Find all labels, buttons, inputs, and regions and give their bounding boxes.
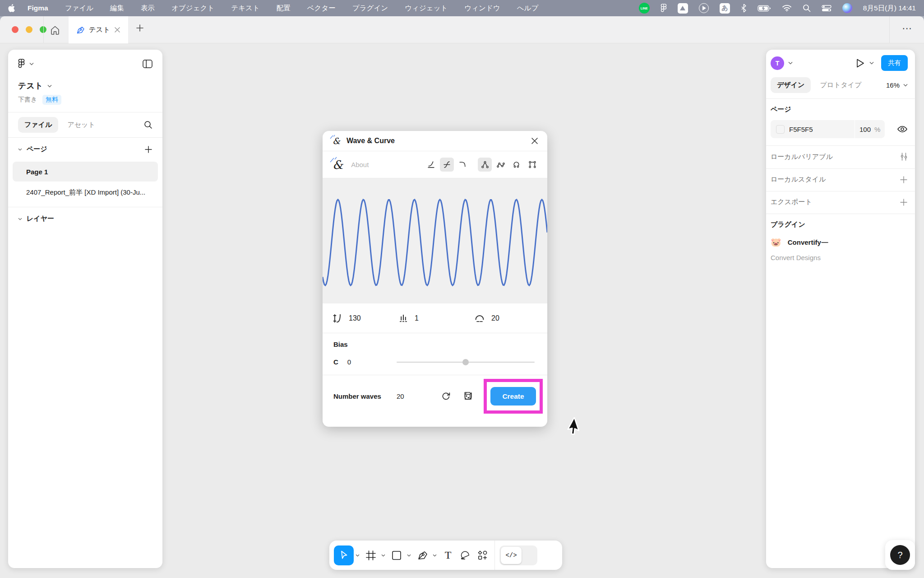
menu-arrange[interactable]: 配置 <box>277 4 291 13</box>
tab-assets[interactable]: アセット <box>67 121 95 129</box>
corner-curve-icon[interactable] <box>456 158 470 172</box>
randomize-dice-icon[interactable] <box>461 389 476 404</box>
ease-curve-icon[interactable] <box>424 158 438 172</box>
add-style-icon[interactable] <box>900 176 908 184</box>
page-color-hex[interactable]: F5F5F5 <box>789 126 813 133</box>
move-tool-chevron-icon[interactable] <box>356 554 360 557</box>
dev-mode-toggle[interactable]: </> <box>499 545 537 565</box>
page-color-field[interactable]: F5F5F5 <box>771 120 855 138</box>
tab-design[interactable]: デザイン <box>771 77 811 93</box>
shape-tool-chevron-icon[interactable] <box>407 554 411 557</box>
sine-curve-icon[interactable] <box>440 158 454 172</box>
search-icon[interactable] <box>144 121 152 129</box>
frame-tool-chevron-icon[interactable] <box>381 554 385 557</box>
bluetooth-icon[interactable] <box>741 4 747 13</box>
export-label[interactable]: エクスポート <box>771 198 812 206</box>
menu-window[interactable]: ウィンドウ <box>464 4 500 13</box>
menu-object[interactable]: オブジェクト <box>171 4 214 13</box>
visibility-eye-icon[interactable] <box>897 126 908 133</box>
control-center-icon[interactable] <box>822 5 832 12</box>
apple-menu-icon[interactable] <box>8 4 15 12</box>
page-color-swatch[interactable] <box>776 125 785 134</box>
menu-plugins[interactable]: プラグイン <box>352 4 388 13</box>
frame-tool-button[interactable] <box>362 545 379 565</box>
dialog-close-icon[interactable] <box>531 137 538 144</box>
bias-value[interactable]: 0 <box>347 358 351 366</box>
move-tool-button[interactable] <box>334 545 354 565</box>
pages-collapse-chevron-icon[interactable] <box>18 148 22 151</box>
reset-icon[interactable] <box>439 389 453 404</box>
triangle-wave-icon[interactable] <box>478 158 492 172</box>
local-variables-label[interactable]: ローカルバリアブル <box>771 153 833 161</box>
tab-close-icon[interactable] <box>114 27 120 33</box>
battery-icon[interactable] <box>758 5 771 12</box>
ime-input-icon[interactable]: あ <box>720 3 730 14</box>
remove-plugin-icon[interactable] <box>821 242 828 243</box>
bezier-wave-icon[interactable] <box>494 158 508 172</box>
siri-icon[interactable] <box>842 3 852 13</box>
window-more-button[interactable]: ⋯ <box>902 23 913 34</box>
zoom-control[interactable]: 16% <box>886 81 908 89</box>
menu-edit[interactable]: 編集 <box>110 4 124 13</box>
amplitude-value[interactable]: 20 <box>491 314 499 322</box>
circle-wave-icon[interactable] <box>509 158 523 172</box>
page-opacity-value[interactable]: 100 <box>859 126 871 133</box>
file-menu-chevron-icon[interactable] <box>47 84 52 88</box>
figma-status-icon[interactable] <box>661 4 667 13</box>
line-app-icon[interactable]: LINE <box>639 3 650 14</box>
pen-tool-button[interactable] <box>414 545 431 565</box>
page-item-selected[interactable]: Page 1 <box>13 162 158 182</box>
variables-settings-icon[interactable] <box>900 152 908 161</box>
convertify-plugin-name[interactable]: Convertify <box>788 238 821 246</box>
bias-slider-handle[interactable] <box>462 359 469 365</box>
avatar[interactable]: T <box>771 56 784 70</box>
about-link[interactable]: About <box>351 161 424 168</box>
page-opacity-field[interactable]: 100 % <box>855 120 885 138</box>
menu-figma[interactable]: Figma <box>28 4 48 12</box>
menu-vector[interactable]: ベクター <box>307 4 336 13</box>
file-title[interactable]: テスト <box>18 80 43 91</box>
minimize-window-button[interactable] <box>26 26 32 33</box>
menu-text[interactable]: テキスト <box>231 4 259 13</box>
toggle-sidebar-icon[interactable] <box>143 60 152 68</box>
share-button[interactable]: 共有 <box>881 55 908 71</box>
play-app-icon[interactable] <box>678 3 688 14</box>
square-wave-icon[interactable] <box>525 158 539 172</box>
layers-collapse-chevron-icon[interactable] <box>18 218 22 220</box>
close-window-button[interactable] <box>12 26 18 33</box>
present-play-icon[interactable] <box>856 58 865 68</box>
menu-file[interactable]: ファイル <box>65 4 93 13</box>
menu-view[interactable]: 表示 <box>141 4 155 13</box>
tab-test[interactable]: テスト <box>69 16 128 43</box>
text-tool-button[interactable]: T <box>439 545 457 565</box>
menu-widgets[interactable]: ウィジェット <box>405 4 448 13</box>
bias-slider[interactable] <box>397 359 535 365</box>
account-chevron-icon[interactable] <box>788 61 793 65</box>
number-waves-value[interactable]: 20 <box>397 392 404 400</box>
convertify-plugin-description[interactable]: Convert Designs <box>771 247 908 261</box>
main-menu-chevron-icon[interactable] <box>29 62 34 65</box>
file-location[interactable]: 下書き <box>18 96 37 104</box>
spotlight-search-icon[interactable] <box>803 4 811 12</box>
add-export-icon[interactable] <box>900 198 908 206</box>
shape-tool-button[interactable] <box>388 545 405 565</box>
comment-tool-button[interactable] <box>457 545 474 565</box>
pen-tool-chevron-icon[interactable] <box>433 554 437 557</box>
present-chevron-icon[interactable] <box>869 61 874 65</box>
plan-badge[interactable]: 無料 <box>42 95 61 105</box>
menu-datetime[interactable]: 8月5日(月) 14:41 <box>863 4 916 13</box>
size-value[interactable]: 130 <box>349 314 361 322</box>
create-button[interactable]: Create <box>490 387 536 406</box>
page-item[interactable]: 2407_Report_前半 [XD Import] (30-Ju... <box>13 182 158 202</box>
figma-logo-icon[interactable] <box>18 59 25 69</box>
new-tab-button[interactable] <box>135 23 144 33</box>
tab-files[interactable]: ファイル <box>18 117 58 133</box>
home-button[interactable] <box>47 23 63 37</box>
local-styles-label[interactable]: ローカルスタイル <box>771 175 826 184</box>
wifi-icon[interactable] <box>782 5 792 12</box>
help-button[interactable]: ? <box>890 545 910 565</box>
frequency-value[interactable]: 1 <box>415 314 419 322</box>
add-page-icon[interactable] <box>144 145 152 154</box>
record-status-icon[interactable] <box>699 3 709 13</box>
menu-help[interactable]: ヘルプ <box>517 4 539 13</box>
